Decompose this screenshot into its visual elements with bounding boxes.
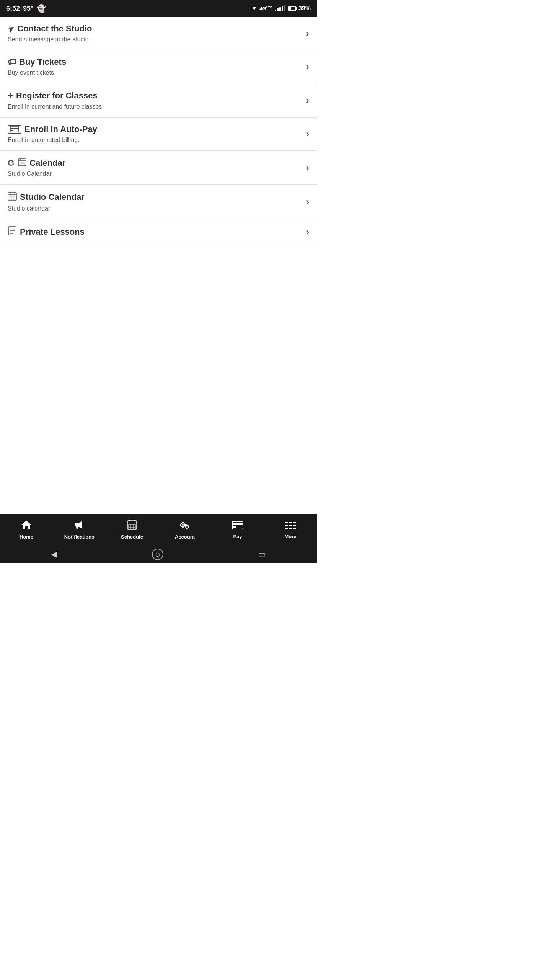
svg-rect-47 [182, 522, 184, 523]
svg-rect-64 [285, 528, 288, 529]
nav-item-account[interactable]: Account [158, 514, 211, 545]
svg-rect-66 [293, 528, 296, 529]
nav-item-pay[interactable]: Pay [211, 514, 264, 545]
battery-percent: 39% [298, 5, 311, 12]
studio-calendar-icon [8, 191, 17, 203]
schedule-icon [127, 520, 137, 532]
svg-rect-56 [232, 523, 243, 525]
menu-item-title-classes: + Register for Classes [8, 90, 102, 101]
menu-item-left-private: Private Lessons [8, 226, 85, 238]
menu-item-left: ➤ Contact the Studio Send a message to t… [8, 24, 92, 43]
svg-marker-28 [21, 521, 31, 529]
svg-rect-65 [289, 528, 292, 529]
recents-button[interactable]: ▭ [250, 546, 274, 562]
menu-item-left-tickets: 🏷 Buy Tickets Buy event tickets [8, 57, 66, 76]
back-button[interactable]: ◀ [43, 546, 65, 562]
svg-rect-54 [189, 526, 189, 527]
nav-label-schedule: Schedule [121, 534, 143, 540]
main-content: ➤ Contact the Studio Send a message to t… [0, 17, 317, 514]
chevron-icon-private: › [306, 227, 309, 237]
menu-item-autopay[interactable]: Enroll in Auto-Pay Enroll in automated b… [0, 118, 317, 151]
svg-rect-50 [185, 524, 186, 526]
status-left: 6:52 95° 👻 [6, 4, 46, 13]
chevron-icon-autopay: › [306, 129, 309, 139]
calendar-icon-1 [18, 158, 26, 168]
menu-item-calendar[interactable]: G Calendar Studio Cale [0, 151, 317, 185]
pay-icon [232, 520, 243, 532]
android-nav-bar: ◀ ○ ▭ [0, 545, 317, 564]
temperature: 95° [23, 5, 33, 13]
private-lessons-icon [8, 226, 17, 238]
status-bar: 6:52 95° 👻 ▼ 4GLTE 39% [0, 0, 317, 17]
svg-rect-0 [10, 126, 19, 132]
menu-item-left-autopay: Enroll in Auto-Pay Enroll in automated b… [8, 124, 97, 144]
menu-item-title-private: Private Lessons [8, 226, 85, 238]
menu-item-contact-studio[interactable]: ➤ Contact the Studio Send a message to t… [0, 17, 317, 50]
menu-item-title-tickets: 🏷 Buy Tickets [8, 57, 66, 67]
menu-item-buy-tickets[interactable]: 🏷 Buy Tickets Buy event tickets › [0, 50, 317, 83]
svg-rect-60 [293, 522, 296, 523]
svg-rect-62 [289, 525, 292, 526]
bottom-nav: Home Notifications [0, 514, 317, 545]
menu-item-subtitle-contact: Send a message to the studio [8, 36, 92, 43]
svg-point-46 [187, 526, 188, 528]
signal-bars [275, 5, 285, 11]
nav-label-more: More [284, 534, 296, 539]
svg-rect-57 [233, 526, 236, 528]
send-icon: ➤ [6, 23, 16, 34]
svg-rect-1 [10, 128, 19, 129]
notifications-icon [74, 520, 85, 532]
svg-rect-58 [285, 522, 288, 523]
nav-item-schedule[interactable]: Schedule [106, 514, 158, 545]
menu-item-private-lessons[interactable]: Private Lessons › [0, 219, 317, 245]
svg-rect-51 [186, 524, 187, 525]
svg-rect-63 [293, 525, 296, 526]
svg-rect-48 [182, 527, 184, 528]
svg-rect-49 [180, 524, 181, 526]
svg-rect-30 [75, 523, 76, 526]
menu-item-subtitle-classes: Enroll in current and future classes [8, 103, 102, 110]
credit-card-icon [8, 125, 21, 134]
svg-rect-32 [127, 521, 137, 529]
menu-item-subtitle-tickets: Buy event tickets [8, 69, 66, 76]
home-icon [21, 520, 32, 532]
nav-label-home: Home [20, 534, 33, 540]
chevron-icon-calendar: › [306, 162, 309, 173]
svg-rect-61 [285, 525, 288, 526]
nav-label-notifications: Notifications [64, 534, 95, 540]
home-button[interactable]: ○ [152, 549, 163, 560]
menu-item-title-contact: ➤ Contact the Studio [8, 24, 92, 34]
ticket-icon: 🏷 [8, 57, 16, 67]
nav-label-account: Account [175, 534, 195, 540]
wifi-icon: ▼ [251, 5, 257, 12]
lte-icon: 4GLTE [259, 5, 272, 11]
svg-rect-55 [232, 521, 243, 529]
status-right: ▼ 4GLTE 39% [251, 5, 311, 12]
menu-item-left-calendar: G Calendar Studio Cale [8, 158, 65, 177]
menu-item-subtitle-autopay: Enroll in automated billing. [8, 137, 97, 144]
menu-item-subtitle-calendar: Studio Calendar [8, 170, 65, 177]
nav-item-notifications[interactable]: Notifications [53, 514, 106, 545]
svg-rect-31 [76, 527, 78, 529]
menu-item-left-studio-calendar: Studio Calendar Studio calendar [8, 191, 85, 212]
menu-item-studio-calendar[interactable]: Studio Calendar Studio calendar › [0, 185, 317, 219]
svg-rect-52 [186, 528, 187, 529]
menu-item-title-studio-calendar: Studio Calendar [8, 191, 85, 203]
svg-point-44 [182, 524, 184, 526]
menu-item-register-classes[interactable]: + Register for Classes Enroll in current… [0, 83, 317, 118]
nav-item-home[interactable]: Home [0, 514, 53, 545]
chevron-icon-contact: › [306, 28, 309, 39]
account-icon [179, 520, 191, 532]
svg-rect-2 [11, 130, 13, 131]
chevron-icon-studio-calendar: › [306, 196, 309, 207]
menu-item-subtitle-studio-calendar: Studio calendar [8, 205, 85, 212]
menu-item-left-classes: + Register for Classes Enroll in current… [8, 90, 102, 110]
battery-icon [288, 6, 296, 11]
ghost-icon: 👻 [36, 4, 46, 13]
plus-icon: + [8, 90, 13, 101]
menu-item-title-autopay: Enroll in Auto-Pay [8, 124, 97, 134]
more-icon [285, 520, 296, 532]
svg-rect-59 [289, 522, 292, 523]
chevron-icon-classes: › [306, 95, 309, 106]
nav-item-more[interactable]: More [264, 514, 317, 545]
